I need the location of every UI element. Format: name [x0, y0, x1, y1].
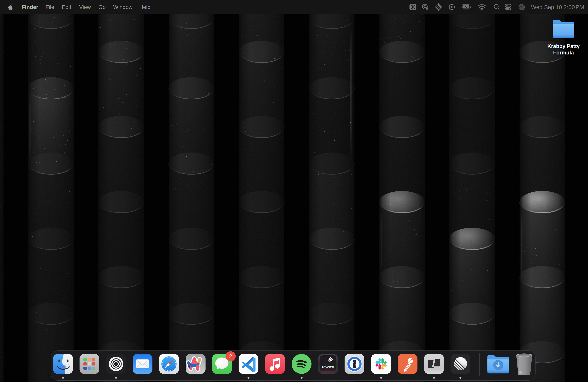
svg-text:raycast: raycast [322, 365, 334, 369]
svg-text:2: 2 [229, 353, 232, 360]
